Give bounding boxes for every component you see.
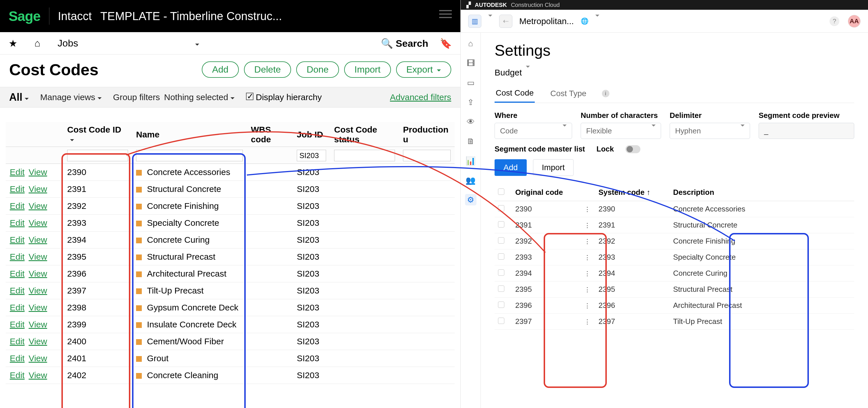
row-checkbox[interactable] bbox=[498, 302, 504, 308]
filter-status[interactable] bbox=[334, 150, 395, 161]
manage-views[interactable]: Manage views bbox=[40, 92, 102, 102]
info-icon[interactable]: i bbox=[602, 90, 609, 97]
import-button[interactable]: Import bbox=[344, 61, 391, 78]
numchars-select[interactable]: Flexible bbox=[581, 123, 661, 139]
rail-film-icon[interactable]: 🎞 bbox=[465, 57, 476, 69]
search[interactable]: 🔍 Search bbox=[381, 38, 428, 49]
delete-button[interactable]: Delete bbox=[244, 61, 291, 78]
edit-link[interactable]: Edit bbox=[10, 184, 25, 194]
module-switcher[interactable]: ▥ bbox=[468, 14, 482, 28]
col-system-code[interactable]: System code bbox=[595, 184, 670, 201]
col-name[interactable]: Name bbox=[132, 122, 247, 147]
delimiter-select[interactable]: Hyphen bbox=[670, 123, 750, 139]
where-select[interactable]: Code bbox=[495, 123, 572, 139]
view-link[interactable]: View bbox=[29, 252, 47, 261]
rail-settings-icon[interactable]: ⚙ bbox=[465, 194, 476, 206]
view-link[interactable]: View bbox=[29, 370, 47, 380]
chevron-down-icon[interactable] bbox=[488, 17, 492, 26]
edit-link[interactable]: Edit bbox=[10, 353, 25, 363]
edit-link[interactable]: Edit bbox=[10, 218, 25, 227]
home-icon[interactable]: ⌂ bbox=[34, 38, 40, 49]
back-button[interactable]: ⇠ bbox=[499, 14, 513, 28]
kebab-icon[interactable]: ⋮ bbox=[584, 302, 590, 309]
rail-home-icon[interactable]: ⌂ bbox=[465, 38, 476, 49]
hamburger-icon[interactable] bbox=[439, 10, 452, 18]
row-checkbox[interactable] bbox=[498, 285, 504, 292]
adsk-import-button[interactable]: Import bbox=[533, 159, 574, 176]
adsk-add-button[interactable]: Add bbox=[495, 159, 527, 176]
edit-link[interactable]: Edit bbox=[10, 235, 25, 245]
view-link[interactable]: View bbox=[29, 353, 47, 363]
chevron-down-icon[interactable] bbox=[595, 17, 599, 26]
rail-export-icon[interactable]: ⇪ bbox=[465, 96, 476, 108]
filter-job[interactable] bbox=[297, 150, 326, 161]
done-button[interactable]: Done bbox=[296, 61, 339, 78]
add-button[interactable]: Add bbox=[202, 61, 239, 78]
edit-link[interactable]: Edit bbox=[10, 201, 25, 211]
star-icon[interactable]: ★ bbox=[9, 38, 17, 49]
rail-team-icon[interactable]: 👥 bbox=[465, 175, 476, 186]
row-checkbox[interactable] bbox=[498, 237, 504, 244]
help-icon[interactable]: ? bbox=[830, 17, 839, 26]
col-job[interactable]: Job ID bbox=[293, 122, 330, 147]
advanced-filters-link[interactable]: Advanced filters bbox=[390, 92, 451, 102]
edit-link[interactable]: Edit bbox=[10, 286, 25, 295]
row-checkbox[interactable] bbox=[498, 318, 504, 324]
rail-binoculars-icon[interactable]: 👁 bbox=[465, 116, 476, 127]
view-link[interactable]: View bbox=[29, 337, 47, 346]
filter-ccid[interactable] bbox=[67, 150, 128, 161]
kebab-icon[interactable]: ⋮ bbox=[584, 206, 590, 213]
view-link[interactable]: View bbox=[29, 235, 47, 245]
tab-cost-type[interactable]: Cost Type bbox=[549, 85, 588, 102]
view-link[interactable]: View bbox=[29, 303, 47, 312]
edit-link[interactable]: Edit bbox=[10, 252, 25, 261]
col-production[interactable]: Production u bbox=[399, 122, 455, 147]
col-status[interactable]: Cost Code status bbox=[330, 122, 399, 147]
edit-link[interactable]: Edit bbox=[10, 320, 25, 329]
avatar[interactable]: AA bbox=[848, 15, 861, 28]
edit-link[interactable]: Edit bbox=[10, 337, 25, 346]
all-filter[interactable]: All bbox=[9, 91, 29, 103]
edit-link[interactable]: Edit bbox=[10, 167, 25, 177]
view-link[interactable]: View bbox=[29, 269, 47, 278]
view-link[interactable]: View bbox=[29, 320, 47, 329]
view-link[interactable]: View bbox=[29, 184, 47, 194]
row-checkbox[interactable] bbox=[498, 205, 504, 212]
view-link[interactable]: View bbox=[29, 218, 47, 227]
edit-link[interactable]: Edit bbox=[10, 303, 25, 312]
view-link[interactable]: View bbox=[29, 286, 47, 295]
edit-link[interactable]: Edit bbox=[10, 370, 25, 380]
edit-link[interactable]: Edit bbox=[10, 269, 25, 278]
export-button[interactable]: Export bbox=[396, 61, 451, 78]
filter-name[interactable] bbox=[136, 150, 243, 161]
project-name[interactable]: Metropolitan... bbox=[519, 17, 574, 26]
tab-cost-code[interactable]: Cost Code bbox=[495, 84, 535, 103]
col-wbs[interactable]: WBS code bbox=[247, 122, 293, 147]
col-description[interactable]: Description bbox=[670, 184, 854, 201]
nav-jobs[interactable]: Jobs bbox=[58, 38, 79, 49]
budget-dropdown[interactable]: Budget bbox=[495, 68, 854, 77]
rail-chart-icon[interactable]: 📊 bbox=[465, 155, 476, 166]
kebab-icon[interactable]: ⋮ bbox=[584, 222, 590, 229]
row-checkbox[interactable] bbox=[498, 221, 504, 227]
rail-budget-icon[interactable]: ▭ bbox=[465, 77, 476, 88]
select-all-checkbox[interactable] bbox=[498, 189, 504, 195]
kebab-icon[interactable]: ⋮ bbox=[584, 254, 590, 261]
row-checkbox[interactable] bbox=[498, 253, 504, 260]
view-link[interactable]: View bbox=[29, 167, 47, 177]
lock-toggle[interactable] bbox=[625, 145, 640, 153]
bookmark-icon[interactable]: 🔖 bbox=[440, 38, 452, 49]
kebab-icon[interactable]: ⋮ bbox=[584, 318, 590, 325]
kebab-icon[interactable]: ⋮ bbox=[584, 270, 590, 277]
row-checkbox[interactable] bbox=[498, 270, 504, 276]
globe-icon[interactable]: 🌐 bbox=[581, 18, 588, 25]
col-original-code[interactable]: Original code bbox=[512, 184, 581, 201]
view-link[interactable]: View bbox=[29, 201, 47, 211]
display-hierarchy[interactable]: Display hierarchy bbox=[246, 92, 322, 102]
kebab-icon[interactable]: ⋮ bbox=[584, 238, 590, 245]
filter-prod[interactable] bbox=[403, 150, 451, 161]
group-filters-select[interactable]: Nothing selected bbox=[164, 92, 235, 102]
chevron-down-icon[interactable] bbox=[193, 38, 199, 49]
checkbox-icon[interactable] bbox=[246, 93, 253, 100]
kebab-icon[interactable]: ⋮ bbox=[584, 286, 590, 293]
